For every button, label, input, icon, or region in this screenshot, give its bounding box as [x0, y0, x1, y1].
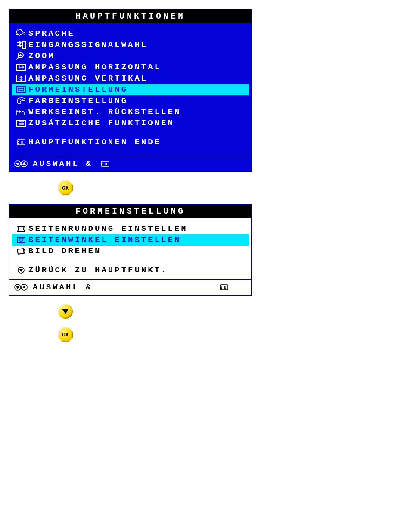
svg-rect-7 — [17, 87, 25, 93]
sub-menu: FORMEINSTELLUNG SEITENRUNDUNG EINSTELLEN… — [9, 204, 252, 296]
palette-icon — [14, 96, 28, 105]
input-icon — [14, 40, 28, 49]
zoom-icon — [14, 52, 28, 60]
rotate-icon — [14, 247, 28, 255]
menu-item-farb[interactable]: FARBEINSTELLUNG — [12, 95, 249, 106]
svg-text:?: ? — [23, 31, 27, 37]
ok-button[interactable]: OK — [58, 180, 73, 195]
pincushion-icon — [14, 224, 28, 233]
extra-icon — [14, 119, 28, 128]
main-menu-title: HAUPTFUNKTIONEN — [9, 9, 251, 23]
updown-icon — [14, 159, 28, 168]
menu-item-exit[interactable]: OK HAUPTFUNKTIONEN ENDE — [12, 137, 249, 148]
sub-menu-body: SEITENRUNDUNG EINSTELLEN SEITENWINKEL EI… — [9, 218, 251, 279]
svg-point-8 — [19, 100, 19, 100]
menu-item-zoom[interactable]: ZOOM — [12, 50, 249, 62]
svg-point-10 — [22, 99, 23, 100]
sub-menu-title: FORMEINSTELLUNG — [9, 205, 251, 218]
menu-item-extra[interactable]: ZUSÄTZLICHE FUNKTIONEN — [12, 118, 249, 129]
svg-line-4 — [16, 57, 19, 59]
sub-item-winkel[interactable]: SEITENWINKEL EINSTELLEN — [12, 234, 249, 246]
menu-item-hor[interactable]: ANPASSUNG HORIZONTAL — [12, 62, 249, 73]
sub-item-drehen[interactable]: BILD DREHEN — [12, 246, 249, 257]
sub-menu-footer: AUSWAHL & OK — [9, 279, 251, 295]
down-icon — [14, 266, 28, 274]
svg-point-9 — [20, 99, 21, 100]
svg-text:OK: OK — [101, 162, 109, 167]
factory-icon — [14, 108, 28, 116]
down-triangle-icon — [62, 309, 69, 314]
svg-rect-22 — [17, 249, 24, 254]
ok-button-2[interactable]: OK — [58, 327, 73, 342]
main-menu-footer: AUSWAHL & OK — [9, 156, 251, 171]
menu-item-sprache[interactable]: ? SPRACHE — [12, 28, 249, 39]
trapezoid-icon — [14, 236, 28, 244]
ok-icon: OK — [218, 283, 230, 292]
svg-rect-21 — [17, 237, 25, 243]
horizontal-icon — [14, 63, 28, 72]
main-menu-body: ? SPRACHE EINGANGSSIGNALWAHL ZOOM ANPASS… — [9, 23, 251, 156]
menu-item-ver[interactable]: ANPASSUNG VERTIKAL — [12, 73, 249, 84]
main-menu: HAUPTFUNKTIONEN ? SPRACHE EINGANGSSIGNAL… — [9, 9, 252, 172]
vertical-icon — [14, 74, 28, 83]
ok-label: OK — [62, 332, 69, 338]
ok-icon: OK — [100, 159, 111, 168]
svg-text:OK: OK — [220, 286, 228, 290]
menu-item-eingang[interactable]: EINGANGSSIGNALWAHL — [12, 39, 249, 50]
language-icon: ? — [14, 29, 28, 38]
ok-label: OK — [62, 185, 69, 191]
down-button[interactable] — [58, 304, 73, 319]
geometry-icon — [14, 85, 28, 94]
ok-icon: OK — [14, 138, 28, 146]
sub-item-back[interactable]: ZÜRÜCK ZU HAUPTFUNKT. — [12, 264, 249, 276]
menu-item-form[interactable]: FORMEINSTELLUNG — [12, 84, 249, 95]
sub-item-rundung[interactable]: SEITENRUNDUNG EINSTELLEN — [12, 223, 249, 234]
updown-icon — [14, 283, 28, 292]
menu-item-werk[interactable]: WERKSEINST. RÜCKSTELLEN — [12, 106, 249, 118]
svg-text:OK: OK — [17, 141, 25, 145]
